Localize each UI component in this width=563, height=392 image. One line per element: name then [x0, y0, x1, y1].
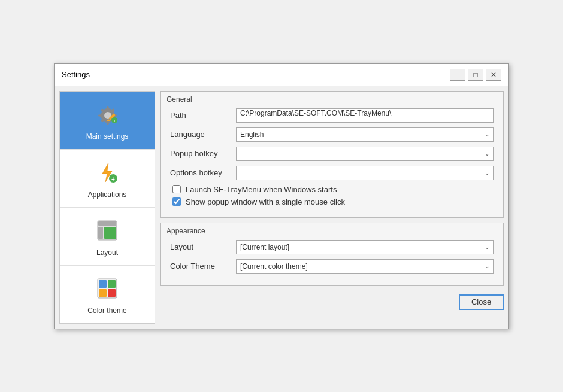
svg-rect-14 [108, 280, 116, 288]
language-value: English [240, 130, 264, 139]
popup-hotkey-label: Popup hotkey [170, 149, 236, 158]
language-label: Language [170, 130, 236, 139]
window-close-button[interactable]: ✕ [486, 69, 501, 81]
launch-on-startup-row: Launch SE-TrayMenu when Windows starts [172, 185, 494, 194]
svg-text:+: + [111, 175, 115, 182]
sidebar-item-color-theme[interactable]: Color theme [60, 266, 155, 323]
color-grid-icon [93, 274, 122, 303]
options-hotkey-select[interactable]: ⌄ [236, 166, 494, 180]
options-hotkey-dropdown-arrow: ⌄ [485, 169, 489, 176]
title-bar: Settings — □ ✕ [55, 64, 508, 86]
general-section-title: General [161, 92, 503, 106]
show-popup-single-click-row: Show popup window with a single mouse cl… [172, 197, 494, 206]
sidebar-item-applications[interactable]: + Applications [60, 150, 155, 208]
sidebar-item-layout[interactable]: Layout [60, 208, 155, 266]
options-hotkey-row: Options hotkey ⌄ [170, 166, 494, 180]
general-section-body: Path C:\ProgramData\SE-SOFT.COM\SE-TrayM… [161, 106, 503, 217]
sidebar-main-settings-label: Main settings [86, 132, 129, 141]
sidebar-layout-label: Layout [96, 248, 118, 257]
language-value-container: English ⌄ [236, 127, 494, 142]
options-hotkey-label: Options hotkey [170, 168, 236, 177]
color-theme-dropdown-arrow: ⌄ [485, 263, 489, 269]
svg-rect-15 [99, 289, 107, 297]
launch-on-startup-checkbox[interactable] [172, 185, 181, 193]
path-value-container: C:\ProgramData\SE-SOFT.COM\SE-TrayMenu\ [236, 108, 494, 123]
window-body: + Main settings + Applications [55, 86, 508, 329]
gear-pencil-icon: + [93, 100, 122, 129]
footer: Close [160, 291, 504, 311]
svg-text:+: + [113, 118, 116, 124]
close-button[interactable]: Close [459, 294, 504, 310]
sidebar-item-main-settings[interactable]: + Main settings [60, 92, 155, 150]
popup-hotkey-value-container: ⌄ [236, 147, 494, 161]
appearance-layout-value-container: [Current layout] ⌄ [236, 240, 494, 254]
color-theme-value: [Current color theme] [240, 262, 308, 271]
launch-on-startup-label: Launch SE-TrayMenu when Windows starts [186, 185, 337, 194]
language-select[interactable]: English ⌄ [236, 127, 494, 142]
window-title: Settings [62, 70, 90, 79]
appearance-section: Appearance Layout [Current layout] ⌄ [160, 223, 504, 286]
sidebar: + Main settings + Applications [59, 91, 155, 324]
settings-window: Settings — □ ✕ [54, 63, 509, 329]
svg-rect-9 [98, 221, 116, 226]
path-input[interactable]: C:\ProgramData\SE-SOFT.COM\SE-TrayMenu\ [236, 108, 494, 123]
svg-rect-16 [108, 289, 116, 297]
content-area: General Path C:\ProgramData\SE-SOFT.COM\… [160, 91, 504, 324]
color-theme-label: Color Theme [170, 262, 236, 271]
appearance-layout-dropdown-arrow: ⌄ [485, 244, 489, 250]
popup-hotkey-row: Popup hotkey ⌄ [170, 147, 494, 161]
appearance-layout-row: Layout [Current layout] ⌄ [170, 240, 494, 254]
lightning-plus-icon: + [93, 158, 122, 187]
appearance-section-body: Layout [Current layout] ⌄ Color Theme [161, 238, 503, 285]
color-theme-value-container: [Current color theme] ⌄ [236, 259, 494, 274]
general-section: General Path C:\ProgramData\SE-SOFT.COM\… [160, 91, 504, 218]
popup-hotkey-select[interactable]: ⌄ [236, 147, 494, 161]
path-label: Path [170, 111, 236, 120]
language-row: Language English ⌄ [170, 127, 494, 142]
language-dropdown-arrow: ⌄ [485, 131, 489, 138]
appearance-layout-label: Layout [170, 242, 236, 251]
window-controls: — □ ✕ [450, 69, 501, 81]
svg-rect-13 [99, 280, 107, 288]
color-theme-row: Color Theme [Current color theme] ⌄ [170, 259, 494, 274]
appearance-section-title: Appearance [161, 223, 503, 238]
options-hotkey-value-container: ⌄ [236, 166, 494, 180]
svg-rect-10 [98, 227, 103, 239]
layout-grid-icon [93, 216, 122, 245]
popup-hotkey-dropdown-arrow: ⌄ [485, 150, 489, 157]
maximize-button[interactable]: □ [468, 69, 483, 81]
sidebar-color-theme-label: Color theme [87, 306, 126, 315]
appearance-layout-select[interactable]: [Current layout] ⌄ [236, 240, 494, 254]
show-popup-single-click-checkbox[interactable] [172, 197, 181, 206]
path-row: Path C:\ProgramData\SE-SOFT.COM\SE-TrayM… [170, 108, 494, 123]
appearance-layout-value: [Current layout] [240, 243, 289, 251]
color-theme-select[interactable]: [Current color theme] ⌄ [236, 259, 494, 274]
show-popup-single-click-label: Show popup window with a single mouse cl… [186, 197, 345, 206]
minimize-button[interactable]: — [450, 69, 465, 81]
svg-rect-11 [104, 227, 116, 239]
sidebar-applications-label: Applications [88, 190, 127, 199]
